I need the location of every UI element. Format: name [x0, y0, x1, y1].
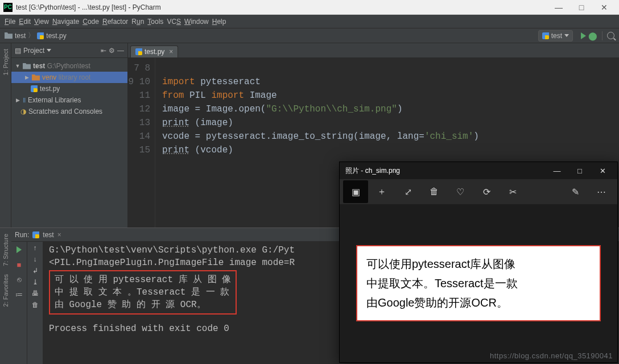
- menu-bar: File Edit View Navigate Code Refactor Ru…: [0, 15, 619, 28]
- photos-titlebar[interactable]: 照片 - ch_sim.png — □ ✕: [340, 162, 617, 179]
- soft-wrap-icon[interactable]: ↲: [32, 267, 38, 275]
- photos-window[interactable]: 照片 - ch_sim.png — □ ✕ ▣ ＋ ⤢ 🗑 ♡ ⟳ ✂ ✎ ⋯ …: [339, 162, 618, 363]
- print-icon[interactable]: 🖶: [32, 289, 39, 297]
- down-icon[interactable]: ↓: [34, 255, 37, 263]
- tree-external-libraries[interactable]: ▶ ⫴ External Libraries: [11, 94, 127, 106]
- folder-icon: [32, 75, 40, 81]
- photo-image-content: 可以使用pytesseract库从图像 中提取文本。Tesseract是一款 由…: [356, 245, 601, 321]
- tab-test-py[interactable]: test.py ×: [130, 46, 178, 57]
- python-file-icon: [135, 48, 142, 55]
- project-pane-title: Project: [23, 47, 44, 55]
- console-ocr-line: 由 Google 赞 助 的 开 源 OCR。: [55, 299, 231, 311]
- debug-button[interactable]: ⬤: [588, 31, 597, 40]
- window-title: test [G:\Python\test] - ...\test.py [tes…: [16, 3, 547, 11]
- menu-tools[interactable]: Tools: [147, 18, 163, 26]
- pin-button[interactable]: ⎋: [14, 274, 25, 285]
- favorite-icon[interactable]: ♡: [448, 180, 473, 203]
- tree-venv[interactable]: ▶ venv library root: [11, 72, 127, 83]
- tree-venv-hint: library root: [59, 73, 91, 81]
- scroll-to-end-icon[interactable]: ⤓: [32, 278, 38, 286]
- layout-button[interactable]: ≔: [14, 288, 25, 300]
- navigation-bar: test 〉 test.py test ⬤: [0, 28, 619, 43]
- breadcrumb[interactable]: test 〉 test.py: [5, 31, 67, 40]
- hide-icon[interactable]: —: [117, 47, 124, 55]
- crop-icon[interactable]: ✂: [500, 180, 525, 203]
- scratches-icon: ◑: [20, 107, 26, 115]
- tree-file[interactable]: test.py: [11, 83, 127, 94]
- project-tree[interactable]: ▼ test G:\Python\test ▶ venv library roo…: [11, 58, 127, 117]
- stop-button[interactable]: ■: [14, 259, 25, 270]
- rotate-icon[interactable]: ⟳: [474, 180, 499, 203]
- sidebar-tab-favorites[interactable]: 2: Favorites: [2, 274, 9, 307]
- run-button[interactable]: [581, 32, 586, 39]
- expand-arrow-icon[interactable]: ▶: [15, 97, 20, 103]
- gear-icon[interactable]: ⚙: [109, 47, 115, 55]
- tree-scratches[interactable]: ◑ Scratches and Consoles: [11, 106, 127, 117]
- menu-edit[interactable]: Edit: [19, 18, 31, 26]
- menu-window[interactable]: Window: [184, 18, 209, 26]
- console-ocr-line: 可 以 使 用 pytesseract 库 从 图 像: [55, 274, 231, 286]
- left-gutter-bottom: 7: Structure 2: Favorites: [0, 228, 11, 364]
- editor-tabs: test.py ×: [128, 43, 619, 58]
- python-file-icon: [37, 32, 44, 39]
- project-pane-header: ▤ Project ⇤ ⚙ —: [11, 43, 127, 58]
- python-file-icon: [32, 231, 39, 238]
- breadcrumb-file: test.py: [46, 32, 66, 40]
- photo-view-icon[interactable]: ▣: [343, 180, 368, 203]
- expand-arrow-icon[interactable]: ▼: [15, 63, 20, 69]
- photos-toolbar: ▣ ＋ ⤢ 🗑 ♡ ⟳ ✂ ✎ ⋯: [340, 179, 617, 204]
- image-text-line: 由Google赞助的开源OCR。: [366, 293, 591, 312]
- more-icon[interactable]: ⋯: [589, 180, 614, 203]
- menu-vcs[interactable]: VCS: [167, 18, 181, 26]
- menu-view[interactable]: View: [34, 18, 49, 26]
- sidebar-tab-structure[interactable]: 7: Structure: [2, 234, 9, 266]
- menu-help[interactable]: Help: [212, 18, 226, 26]
- run-config-selector[interactable]: test: [538, 30, 573, 42]
- close-run-tab-icon[interactable]: ×: [57, 231, 61, 239]
- chevron-down-icon[interactable]: [47, 49, 51, 52]
- close-tab-icon[interactable]: ×: [169, 48, 173, 56]
- chevron-down-icon: [564, 34, 569, 37]
- expand-arrow-icon[interactable]: ▶: [24, 75, 30, 80]
- menu-refactor[interactable]: Refactor: [102, 18, 128, 26]
- menu-file[interactable]: File: [5, 18, 15, 26]
- up-icon[interactable]: ↑: [34, 244, 37, 252]
- photos-canvas[interactable]: 可以使用pytesseract库从图像 中提取文本。Tesseract是一款 由…: [340, 204, 617, 362]
- pycharm-app-icon: PC: [3, 3, 13, 12]
- menu-run[interactable]: Run: [131, 18, 144, 26]
- console-highlight-box: 可 以 使 用 pytesseract 库 从 图 像 中 提 取 文 本 。T…: [49, 270, 237, 315]
- image-text-line: 可以使用pytesseract库从图像: [366, 254, 591, 274]
- close-button[interactable]: ✕: [593, 3, 616, 12]
- add-icon[interactable]: ＋: [369, 180, 394, 203]
- edit-icon[interactable]: ✎: [563, 180, 588, 203]
- menu-navigate[interactable]: Navigate: [52, 18, 79, 26]
- tree-root-path: G:\Python\test: [47, 62, 90, 70]
- delete-icon[interactable]: 🗑: [422, 180, 447, 203]
- console-ocr-line: 中 提 取 文 本 。Tesseract 是 一 款: [55, 286, 231, 299]
- menu-code[interactable]: Code: [82, 18, 99, 26]
- image-text-line: 中提取文本。Tesseract是一款: [366, 274, 591, 293]
- tree-scratches-label: Scratches and Consoles: [28, 107, 102, 115]
- photos-minimize-button[interactable]: —: [546, 167, 568, 175]
- folder-icon: [23, 63, 31, 69]
- run-config-name: test: [551, 32, 562, 40]
- tree-external-label: External Libraries: [28, 96, 81, 104]
- chevron-right-icon: 〉: [28, 31, 35, 40]
- run-secondary-toolbar: ↑ ↓ ↲ ⤓ 🖶 🗑: [27, 242, 43, 364]
- tree-root[interactable]: ▼ test G:\Python\test: [11, 60, 127, 72]
- window-titlebar: PC test [G:\Python\test] - ...\test.py […: [0, 0, 619, 15]
- photos-close-button[interactable]: ✕: [591, 167, 614, 175]
- minimize-button[interactable]: —: [547, 3, 570, 12]
- tree-root-name: test: [33, 62, 45, 70]
- collapse-icon[interactable]: ⇤: [101, 47, 106, 55]
- run-label: Run:: [15, 231, 29, 239]
- zoom-icon[interactable]: ⤢: [395, 180, 420, 203]
- tab-label: test.py: [145, 48, 164, 56]
- photos-maximize-button[interactable]: □: [568, 167, 591, 175]
- toolbar-divider: [602, 31, 603, 40]
- search-icon[interactable]: [607, 32, 614, 39]
- sidebar-tab-project[interactable]: 1: Project: [2, 49, 9, 75]
- maximize-button[interactable]: □: [570, 3, 593, 12]
- clear-icon[interactable]: 🗑: [32, 301, 39, 309]
- rerun-button[interactable]: [14, 244, 25, 255]
